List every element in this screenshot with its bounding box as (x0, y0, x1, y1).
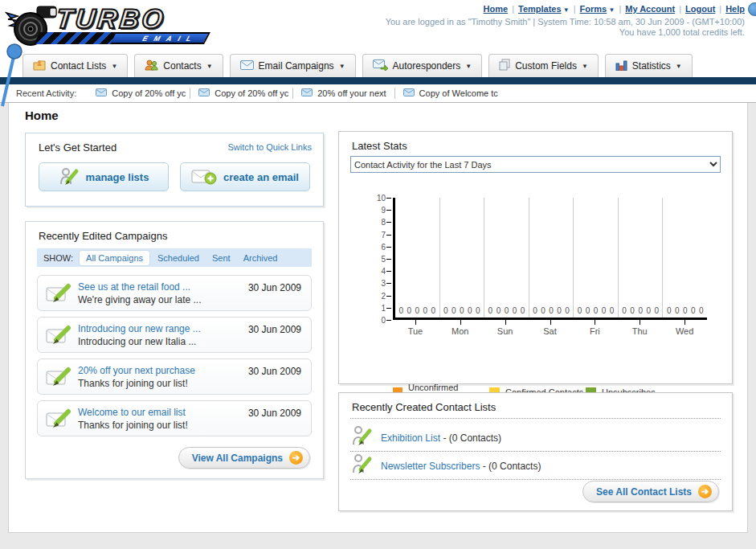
y-axis-tick (386, 235, 391, 236)
chevron-down-icon: ▼ (676, 63, 682, 70)
navy-divider-bar (0, 77, 756, 84)
top-nav-home[interactable]: Home (484, 4, 509, 14)
campaigns-title: Recently Edited Campaigns (39, 230, 167, 242)
x-axis-tick-label: Fri (572, 326, 617, 336)
chart-value: 0 (654, 306, 659, 315)
envelope-arrow-icon (373, 59, 388, 73)
filter-sent[interactable]: Sent (212, 253, 231, 263)
stats-period-select[interactable]: Contact Activity for the Last 7 Days (350, 156, 721, 173)
logo-bar: EMAIL (34, 32, 210, 44)
envelope-pencil-icon (46, 283, 72, 308)
y-axis-tick-label: 9 (368, 206, 386, 215)
latest-stats-panel: Latest Stats Contact Activity for the La… (338, 131, 733, 384)
tab-statistics[interactable]: Statistics▼ (605, 54, 693, 77)
tab-custom-fields[interactable]: Custom Fields▼ (488, 54, 599, 77)
chart-value: 0 (638, 306, 643, 315)
switch-quick-links[interactable]: Switch to Quick Links (227, 142, 312, 152)
person-pencil-icon (352, 453, 373, 478)
campaign-row[interactable]: Introducing our new range ...Introducing… (37, 317, 312, 353)
envelope-pencil-icon (46, 408, 72, 433)
x-axis-tick-label: Sat (528, 326, 573, 336)
campaign-row[interactable]: Welcome to our email listThanks for join… (37, 400, 312, 436)
y-axis-tick (386, 198, 391, 199)
chevron-down-icon: ▼ (562, 6, 570, 14)
manage-lists-button[interactable]: manage lists (39, 162, 169, 191)
tab-contacts[interactable]: Contacts▼ (134, 54, 223, 77)
recent-activity-bar: Recent Activity: Copy of 20% off ycCopy … (0, 84, 756, 103)
contact-list-name-link[interactable]: Exhibition List (381, 432, 440, 444)
y-axis-tick (386, 271, 391, 272)
chart-value: 0 (594, 306, 599, 315)
y-axis-tick (386, 283, 391, 284)
top-nav-my-account[interactable]: My Account (625, 4, 675, 14)
tab-email-campaigns[interactable]: Email Campaigns▼ (230, 54, 356, 77)
recent-activity-item[interactable]: Copy of 20% off yc (88, 88, 190, 99)
top-nav-logout[interactable]: Logout (685, 4, 715, 14)
contacts-icon (145, 59, 158, 73)
y-axis-tick-label: 4 (368, 267, 386, 276)
top-nav-forms[interactable]: Forms (580, 4, 607, 14)
create-email-button[interactable]: create an email (180, 162, 310, 191)
filter-archived[interactable]: Archived (243, 253, 278, 263)
chart-value: 0 (497, 306, 501, 315)
chevron-down-icon: ▼ (111, 63, 117, 70)
y-axis-tick (386, 222, 391, 223)
contact-list-item[interactable]: Newsletter Subscribers - (0 Contacts) (352, 453, 541, 478)
small-envelope-icon (403, 88, 415, 98)
top-nav-links: Home|Templates ▼|Forms ▼|My Account|Logo… (484, 4, 745, 14)
chart-day-group: 00000 (395, 198, 440, 318)
create-email-label: create an email (223, 171, 299, 183)
y-axis-tick-label: 2 (368, 292, 386, 301)
chart-value: 0 (610, 306, 615, 315)
tab-label: Contact Lists (51, 60, 106, 72)
campaign-title-link[interactable]: See us at the retail food ... (78, 281, 190, 293)
chart-value-labels: 00000 (619, 306, 663, 315)
tab-autoresponders[interactable]: Autoresponders▼ (362, 54, 483, 77)
campaign-title-link[interactable]: 20% off your next purchase (78, 365, 195, 376)
see-all-contact-lists-button[interactable]: See All Contact Lists ➔ (582, 481, 719, 502)
person-pencil-icon (352, 425, 373, 450)
contact-list-item[interactable]: Exhibition List - (0 Contacts) (352, 425, 501, 450)
contact-list-count: - (0 Contacts) (440, 432, 501, 444)
filter-scheduled[interactable]: Scheduled (157, 253, 199, 263)
campaigns-panel: Recently Edited Campaigns SHOW: All Camp… (25, 221, 324, 479)
chart-day-group: 00000 (529, 198, 574, 318)
view-all-campaigns-button[interactable]: View All Campaigns ➔ (178, 447, 310, 469)
recent-activity-item[interactable]: 20% off your next (293, 88, 394, 99)
top-nav-templates[interactable]: Templates (518, 4, 562, 14)
y-axis-tick (386, 296, 391, 297)
tab-label: Custom Fields (515, 60, 577, 72)
see-all-contact-lists-label: See All Contact Lists (596, 486, 692, 498)
contact-list-name-link[interactable]: Newsletter Subscribers (381, 461, 480, 472)
tab-contact-lists[interactable]: Contact Lists▼ (22, 54, 128, 77)
chart-value: 0 (691, 306, 696, 315)
x-axis-labels: TueMonSunSatFriThuWed (393, 326, 707, 336)
chart-value: 0 (505, 306, 509, 315)
chart-day-group: 00000 (440, 198, 485, 318)
y-axis-tick (386, 308, 391, 309)
top-nav-help[interactable]: Help (725, 4, 745, 14)
person-pencil-icon (59, 166, 80, 187)
envelope-pencil-icon (46, 325, 72, 350)
campaign-row[interactable]: See us at the retail food ...We're givin… (37, 275, 312, 311)
campaign-row[interactable]: 20% off your next purchaseThanks for joi… (37, 358, 312, 395)
chart-value-labels: 00000 (395, 306, 439, 315)
y-axis-tick-label: 1 (368, 304, 386, 313)
page-title: Home (25, 109, 59, 122)
recent-activity-item[interactable]: Copy of Welcome tc (395, 88, 498, 99)
chart-value: 0 (468, 306, 472, 315)
chart-value-labels: 00000 (440, 306, 484, 315)
recent-activity-item-label: Copy of 20% off yc (215, 88, 288, 98)
y-axis-tick-label: 6 (368, 243, 386, 252)
campaign-title-link[interactable]: Welcome to our email list (78, 407, 186, 418)
chart-value-labels: 00000 (663, 306, 707, 315)
chart-value-labels: 00000 (484, 306, 529, 315)
recent-activity-item[interactable]: Copy of 20% off yc (190, 88, 293, 99)
filter-all-campaigns[interactable]: All Campaigns (80, 251, 149, 265)
campaign-title-link[interactable]: Introducing our new range ... (78, 323, 201, 334)
chart-value: 0 (533, 306, 537, 315)
y-axis-tick-label: 0 (368, 316, 386, 325)
x-axis-tick-label: Tue (393, 326, 438, 336)
x-axis-tick (640, 320, 640, 325)
chart-value: 0 (460, 306, 464, 315)
